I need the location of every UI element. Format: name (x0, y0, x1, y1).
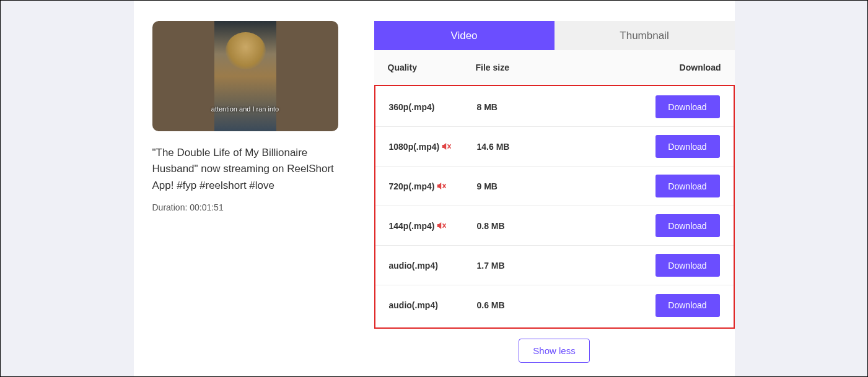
table-header: Quality File size Download (374, 50, 735, 85)
video-thumbnail[interactable]: attention and I ran into (152, 21, 338, 131)
thumbnail-caption: attention and I ran into (152, 105, 338, 113)
row-download-cell: Download (652, 294, 720, 317)
video-title: "The Double Life of My Billionaire Husba… (152, 145, 338, 194)
header-download: Download (653, 63, 721, 72)
download-button[interactable]: Download (655, 135, 720, 158)
row-download-cell: Download (652, 175, 720, 197)
table-row: 1080p(.mp4)14.6 MBDownload (375, 127, 734, 167)
row-size: 8 MB (477, 102, 652, 112)
row-quality: 360p(.mp4) (389, 102, 477, 112)
right-column: Video Thumbnail Quality File size Downlo… (374, 21, 735, 376)
row-size: 14.6 MB (477, 142, 652, 152)
download-button[interactable]: Download (655, 175, 720, 197)
row-download-cell: Download (652, 254, 720, 277)
table-row: audio(.mp4)0.6 MBDownload (375, 285, 734, 325)
header-size: File size (476, 63, 653, 72)
mute-icon (442, 142, 452, 150)
row-quality: 1080p(.mp4) (389, 142, 477, 152)
table-row: 360p(.mp4)8 MBDownload (375, 87, 734, 127)
quality-label: audio(.mp4) (389, 300, 438, 310)
row-download-cell: Download (652, 214, 720, 237)
thumbnail-art (214, 21, 276, 131)
table-row: 720p(.mp4)9 MBDownload (375, 167, 734, 206)
table-row: 144p(.mp4)0.8 MBDownload (375, 206, 734, 246)
row-size: 1.7 MB (477, 261, 652, 271)
quality-label: 144p(.mp4) (389, 221, 435, 231)
download-button[interactable]: Download (655, 95, 720, 118)
row-size: 0.6 MB (477, 300, 652, 310)
table-row: audio(.mp4)1.7 MBDownload (375, 246, 734, 285)
row-size: 9 MB (477, 181, 652, 191)
download-button[interactable]: Download (655, 294, 720, 317)
row-download-cell: Download (652, 95, 720, 118)
row-quality: audio(.mp4) (389, 300, 477, 310)
show-less-button[interactable]: Show less (519, 339, 589, 363)
row-quality: audio(.mp4) (389, 261, 477, 271)
content-panel: attention and I ran into "The Double Lif… (134, 1, 735, 376)
tab-video[interactable]: Video (374, 21, 555, 50)
row-size: 0.8 MB (477, 221, 652, 231)
quality-label: 1080p(.mp4) (389, 142, 440, 152)
header-quality: Quality (388, 63, 476, 72)
download-rows-highlight: 360p(.mp4)8 MBDownload1080p(.mp4)14.6 MB… (374, 85, 735, 329)
download-button[interactable]: Download (655, 214, 720, 237)
quality-label: 720p(.mp4) (389, 181, 435, 191)
quality-label: 360p(.mp4) (389, 102, 435, 112)
video-duration: Duration: 00:01:51 (152, 202, 338, 212)
row-download-cell: Download (652, 135, 720, 158)
quality-label: audio(.mp4) (389, 261, 438, 271)
row-quality: 144p(.mp4) (389, 221, 477, 231)
download-button[interactable]: Download (655, 254, 720, 277)
mute-icon (437, 222, 447, 230)
mute-icon (437, 182, 447, 190)
download-table: Quality File size Download 360p(.mp4)8 M… (374, 50, 735, 329)
left-column: attention and I ran into "The Double Lif… (152, 21, 338, 376)
tab-thumbnail[interactable]: Thumbnail (555, 21, 735, 50)
row-quality: 720p(.mp4) (389, 181, 477, 191)
tabs: Video Thumbnail (374, 21, 735, 50)
